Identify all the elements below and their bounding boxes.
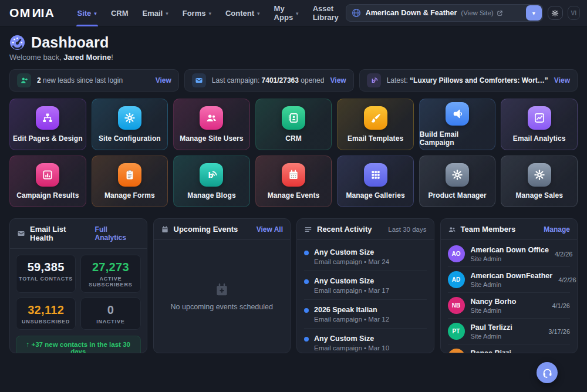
- alert-bars: 2 new leads since last login View Last c…: [9, 69, 578, 92]
- app-tile-grid: Edit Pages & Design Site Configuration M…: [9, 99, 578, 207]
- chart-bar-icon: [36, 163, 59, 187]
- gear-icon: [551, 9, 559, 17]
- activity-dot: [304, 251, 309, 255]
- team-member-row[interactable]: ADAmerican DownFeatherSite Admin4/2/26: [448, 267, 571, 293]
- view-campaign-link[interactable]: View: [330, 76, 346, 85]
- team-member-row[interactable]: PTPaul TerlizziSite Admin3/17/26: [448, 319, 571, 344]
- gear-icon: [446, 163, 469, 187]
- avatar: AD: [448, 271, 465, 288]
- alert-last-campaign: Last campaign: 7401/27363 opened View: [184, 69, 354, 92]
- megaphone-icon: [446, 102, 469, 126]
- team-member-row[interactable]: NBNancy BorhoSite Admin4/1/26: [448, 293, 571, 319]
- site-selector[interactable]: American Down & Feather (View Site) ▾: [346, 4, 543, 22]
- envelope-icon: [17, 229, 25, 238]
- nav-item-site[interactable]: Site▾: [70, 0, 104, 26]
- external-link-icon[interactable]: [497, 10, 503, 16]
- full-analytics-link[interactable]: Full Analytics: [95, 225, 140, 242]
- email-stats: 59,385TOTAL CONTACTS 27,273ACTIVE SUBSCR…: [10, 249, 147, 330]
- chevron-down-icon: ▾: [208, 11, 211, 16]
- view-site-link[interactable]: (View Site): [461, 9, 493, 16]
- tile-campaign-results[interactable]: Campaign Results: [9, 156, 86, 207]
- top-navigation-bar: OMNIA Site▾ CRM Email▾ Forms▾ Content▾ M…: [0, 0, 587, 26]
- nav-item-email[interactable]: Email▾: [135, 0, 175, 26]
- stat-active-subscribers: 27,273ACTIVE SUBSCRIBERS: [80, 255, 140, 293]
- tile-email-analytics[interactable]: Email Analytics: [501, 99, 578, 150]
- team-member-row[interactable]: RRRenee RizziSite Admin9/29/25: [448, 344, 571, 353]
- omnia-logo[interactable]: OMNIA: [9, 6, 55, 20]
- contacts-growth-banner: ↑ +37 new contacts in the last 30 days: [16, 336, 141, 353]
- svg-text:b: b: [208, 171, 214, 180]
- stat-total-contacts: 59,385TOTAL CONTACTS: [16, 255, 76, 293]
- dashboard-page: OMNIA Site▾ CRM Email▾ Forms▾ Content▾ M…: [0, 0, 587, 392]
- current-site-name: American Down & Feather: [366, 9, 457, 17]
- avatar: NB: [448, 297, 465, 314]
- chevron-down-icon: ▾: [94, 11, 97, 16]
- stat-inactive: 0INACTIVE: [80, 298, 140, 330]
- tile-manage-events[interactable]: Manage Events: [255, 156, 332, 207]
- envelope-icon: [192, 73, 206, 87]
- activity-item[interactable]: Any Custom SizeEmail campaign • Mar 24: [304, 242, 427, 271]
- calendar-icon: [161, 225, 169, 234]
- tile-site-configuration[interactable]: Site Configuration: [92, 99, 168, 150]
- view-leads-link[interactable]: View: [156, 76, 171, 85]
- address-book-icon: [282, 106, 305, 130]
- settings-button[interactable]: [548, 6, 563, 20]
- activity-list: Any Custom SizeEmail campaign • Mar 24 A…: [297, 240, 434, 353]
- activity-item[interactable]: Any Custom SizeEmail campaign • Mar 10: [304, 329, 427, 353]
- activity-item[interactable]: 2026 Speak ItalianEmail campaign • Mar 1…: [304, 300, 427, 329]
- team-member-row[interactable]: AOAmerican Down OfficeSite Admin4/2/26: [448, 241, 571, 267]
- chevron-down-icon: ▾: [532, 10, 535, 16]
- blog-icon: b: [200, 163, 223, 187]
- users-icon: [200, 106, 223, 130]
- activity-dot: [304, 308, 309, 313]
- view-blog-link[interactable]: View: [554, 76, 570, 85]
- tile-manage-site-users[interactable]: Manage Site Users: [173, 99, 250, 150]
- alert-latest-blog: b Latest: “Luxury Pillows and Comforters…: [359, 69, 578, 92]
- alert-new-leads: 2 new leads since last login View: [9, 69, 179, 92]
- chevron-down-icon: ▾: [166, 11, 168, 16]
- clipboard-icon: [118, 163, 141, 187]
- support-fab-button[interactable]: [537, 362, 558, 383]
- tile-edit-pages-design[interactable]: Edit Pages & Design: [9, 99, 86, 150]
- avatar: RR: [448, 349, 465, 353]
- dashboard-panels: Email List Health Full Analytics 59,385T…: [9, 218, 578, 353]
- headset-icon: [542, 367, 553, 379]
- tile-product-manager[interactable]: Product Manager: [419, 156, 496, 207]
- activity-period-label: Last 30 days: [388, 226, 426, 233]
- panel-upcoming-events: Upcoming Events View All No upcoming eve…: [153, 218, 291, 353]
- tile-manage-forms[interactable]: Manage Forms: [92, 156, 168, 207]
- nav-item-asset-library[interactable]: Asset Library: [306, 0, 346, 26]
- activity-dot: [304, 337, 309, 342]
- site-selector-dropdown-button[interactable]: ▾: [526, 5, 542, 21]
- view-all-events-link[interactable]: View All: [257, 225, 283, 234]
- tile-manage-sales[interactable]: Manage Sales: [501, 156, 578, 207]
- main-nav: Site▾ CRM Email▾ Forms▾ Content▾ My Apps…: [70, 0, 346, 26]
- list-icon: [304, 225, 312, 234]
- tile-crm[interactable]: CRM: [255, 99, 332, 150]
- tile-email-templates[interactable]: Email Templates: [337, 99, 414, 150]
- tile-manage-galleries[interactable]: Manage Galleries: [337, 156, 414, 207]
- nav-item-my-apps[interactable]: My Apps▾: [267, 0, 306, 26]
- avatar: PT: [448, 323, 465, 340]
- chevron-down-icon: ▾: [296, 11, 299, 16]
- panel-email-list-health: Email List Health Full Analytics 59,385T…: [9, 218, 147, 353]
- gear-icon: [528, 163, 551, 187]
- nav-item-crm[interactable]: CRM: [104, 0, 136, 26]
- users-icon: [448, 225, 456, 234]
- gear-icon: [118, 106, 141, 130]
- manage-team-link[interactable]: Manage: [544, 225, 570, 234]
- dashboard-gauge-icon: [9, 35, 25, 50]
- avatar: AO: [448, 245, 465, 262]
- panel-team-members: Team Members Manage AOAmerican Down Offi…: [440, 218, 578, 353]
- tile-build-email-campaign[interactable]: Build Email Campaign: [419, 99, 496, 150]
- globe-icon: [352, 8, 361, 18]
- welcome-message: Welcome back, Jared Morine!: [9, 53, 578, 62]
- nav-item-forms[interactable]: Forms▾: [176, 0, 218, 26]
- user-avatar[interactable]: VI: [568, 6, 580, 20]
- tile-manage-blogs[interactable]: b Manage Blogs: [173, 156, 250, 207]
- activity-item[interactable]: Any Custom SizeEmail campaign • Mar 17: [304, 271, 427, 300]
- nav-item-content[interactable]: Content▾: [218, 0, 267, 26]
- paintbrush-icon: [364, 106, 387, 130]
- calendar-icon: [282, 163, 305, 187]
- user-name: Jared Morine: [63, 53, 111, 62]
